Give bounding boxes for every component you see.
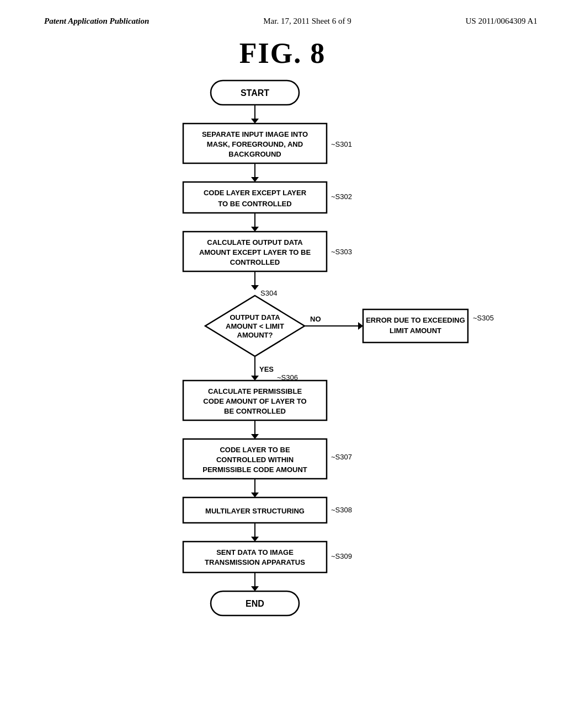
svg-text:YES: YES (259, 365, 274, 373)
svg-marker-30 (358, 322, 363, 330)
svg-text:~S307: ~S307 (331, 453, 352, 461)
date-sheet-label: Mar. 17, 2011 Sheet 6 of 9 (263, 17, 351, 26)
svg-text:AMOUNT EXCEPT LAYER TO BE: AMOUNT EXCEPT LAYER TO BE (199, 248, 311, 256)
svg-text:CALCULATE OUTPUT DATA: CALCULATE OUTPUT DATA (207, 238, 303, 247)
svg-text:~S302: ~S302 (331, 192, 352, 201)
svg-marker-45 (251, 434, 259, 439)
svg-rect-11 (183, 182, 327, 213)
svg-text:AMOUNT < LIMIT: AMOUNT < LIMIT (226, 322, 284, 330)
svg-text:~S303: ~S303 (331, 248, 352, 256)
svg-text:CONTROLLED: CONTROLLED (230, 258, 280, 266)
patent-number-label: US 2011/0064309 A1 (466, 17, 537, 26)
svg-text:PERMISSIBLE CODE AMOUNT: PERMISSIBLE CODE AMOUNT (202, 465, 307, 474)
svg-text:CODE AMOUNT OF LAYER TO: CODE AMOUNT OF LAYER TO (203, 397, 306, 405)
svg-text:LIMIT AMOUNT: LIMIT AMOUNT (390, 326, 441, 335)
svg-marker-52 (251, 493, 259, 497)
svg-marker-23 (251, 285, 259, 290)
svg-text:SEPARATE INPUT IMAGE INTO: SEPARATE INPUT IMAGE INTO (202, 130, 308, 138)
svg-marker-37 (251, 376, 259, 381)
svg-text:S304: S304 (260, 289, 277, 297)
svg-text:~S305: ~S305 (473, 314, 494, 322)
svg-text:~S309: ~S309 (331, 552, 352, 560)
svg-text:MASK, FOREGROUND, AND: MASK, FOREGROUND, AND (207, 140, 303, 148)
svg-text:CONTROLLED WITHIN: CONTROLLED WITHIN (216, 456, 294, 464)
svg-rect-58 (183, 542, 327, 572)
svg-text:END: END (246, 599, 264, 608)
svg-marker-57 (251, 537, 259, 542)
svg-text:NO: NO (310, 315, 321, 323)
svg-text:SENT DATA TO IMAGE: SENT DATA TO IMAGE (216, 548, 294, 556)
svg-text:CODE LAYER EXCEPT LAYER: CODE LAYER EXCEPT LAYER (204, 189, 307, 197)
svg-marker-63 (251, 586, 259, 591)
svg-marker-10 (251, 177, 259, 182)
svg-text:OUTPUT DATA: OUTPUT DATA (230, 313, 280, 322)
svg-text:BACKGROUND: BACKGROUND (228, 150, 281, 158)
svg-text:START: START (241, 88, 269, 98)
svg-marker-3 (251, 119, 259, 124)
page-header: Patent Application Publication Mar. 17, … (0, 0, 565, 26)
svg-marker-16 (251, 227, 259, 232)
svg-text:AMOUNT?: AMOUNT? (237, 331, 273, 339)
svg-text:BE CONTROLLED: BE CONTROLLED (224, 407, 286, 415)
svg-text:~S308: ~S308 (331, 506, 352, 514)
svg-text:CALCULATE PERMISSIBLE: CALCULATE PERMISSIBLE (208, 387, 302, 395)
svg-text:ERROR DUE TO EXCEEDING: ERROR DUE TO EXCEEDING (366, 316, 465, 324)
svg-text:TRANSMISSION APPARATUS: TRANSMISSION APPARATUS (205, 558, 305, 566)
svg-text:CODE LAYER TO BE: CODE LAYER TO BE (220, 446, 290, 454)
figure-title: FIG. 8 (0, 37, 565, 69)
svg-text:TO BE CONTROLLED: TO BE CONTROLLED (218, 200, 291, 208)
svg-text:~S301: ~S301 (331, 140, 352, 148)
svg-text:MULTILAYER STRUCTURING: MULTILAYER STRUCTURING (205, 507, 305, 515)
publication-label: Patent Application Publication (44, 17, 149, 26)
svg-rect-32 (363, 309, 468, 342)
